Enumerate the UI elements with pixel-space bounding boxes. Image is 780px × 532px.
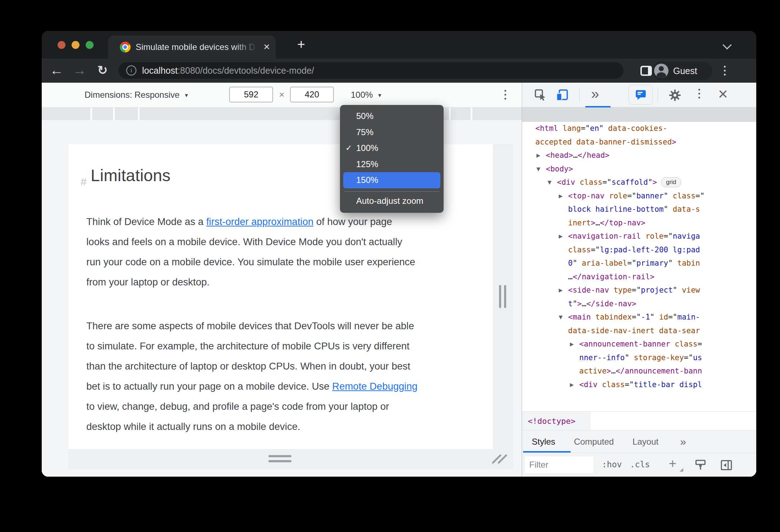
zoom-menu-item[interactable]: ✓100% <box>340 140 444 156</box>
dom-tree-line[interactable]: ▶<head>…</head> <box>522 149 756 162</box>
feedback-chat-icon <box>634 88 647 101</box>
collapse-arrow-icon[interactable]: ▼ <box>559 311 563 324</box>
avatar <box>654 64 668 78</box>
dom-tree-line[interactable]: 0" aria-label="primary" tabin <box>522 257 756 270</box>
profile-name: Guest <box>673 66 697 76</box>
dom-tree-line[interactable]: active>…</announcement-bann <box>522 364 756 378</box>
breadcrumb[interactable]: <!doctype> <box>522 412 591 430</box>
viewport-height-resize-handle[interactable] <box>268 455 291 465</box>
more-panels-icon[interactable]: » <box>591 83 598 106</box>
tab-search-chevron-icon[interactable] <box>722 40 731 49</box>
text-link[interactable]: Remote Debugging <box>332 381 417 392</box>
dom-tree-line[interactable]: ▼<main tabindex="-1" id="main- <box>522 311 756 324</box>
auto-adjust-zoom-item[interactable]: Auto-adjust zoom <box>340 192 444 209</box>
dom-tree-line[interactable]: block hairline-bottom" data-s <box>522 203 756 216</box>
chevron-down-icon: ▼ <box>377 83 382 107</box>
expand-arrow-icon[interactable]: ▶ <box>570 338 574 351</box>
dom-tree-line[interactable]: accepted data-banner-dismissed> <box>522 136 756 149</box>
expand-arrow-icon[interactable]: ▶ <box>559 189 563 203</box>
tab-strip: Simulate mobile devices with D × + <box>42 31 756 59</box>
device-toolbar: Dimensions: Responsive▼ × 100%▼ <box>42 83 522 107</box>
toolbar-divider <box>658 88 658 101</box>
settings-gear-icon[interactable] <box>668 88 682 102</box>
article-body: Think of Device Mode as a first-order ap… <box>86 212 417 460</box>
browser-menu-icon[interactable] <box>724 66 726 75</box>
devtools-tab-styles[interactable]: Styles <box>532 437 555 447</box>
macos-minimize-button[interactable] <box>72 41 80 49</box>
reload-button[interactable]: ↻ <box>94 59 111 83</box>
viewport-width-resize-handle[interactable] <box>499 285 506 308</box>
dom-tree-line[interactable]: nner--info" storage-key="us <box>522 351 756 365</box>
side-panel-icon[interactable] <box>640 66 652 76</box>
styles-filter-row: :hov .cls + <box>522 453 756 477</box>
zoom-menu-item[interactable]: 125% <box>340 156 444 173</box>
dom-tree-line[interactable]: ▶<div class="title-bar displ <box>522 378 756 392</box>
heading-anchor[interactable]: # <box>81 176 87 188</box>
url-path: :8080/docs/devtools/device-mode/ <box>178 65 314 76</box>
viewport-right-gutter <box>493 144 513 449</box>
page-title: Limitations <box>91 166 171 185</box>
dom-tree-line[interactable]: ▼<div class="scaffold">grid <box>522 176 756 189</box>
dom-tree-line[interactable]: t">…</side-nav> <box>522 297 756 311</box>
zoom-menu-item[interactable]: 75% <box>340 124 444 141</box>
url-bar[interactable]: i localhost :8080/docs/devtools/device-m… <box>118 62 623 79</box>
macos-close-button[interactable] <box>58 41 65 49</box>
zoom-dropdown[interactable]: 100%▼ <box>351 83 382 107</box>
screenshot-stage: Simulate mobile devices with D × + ← → ↻… <box>0 0 780 532</box>
zoom-menu-item[interactable]: 50% <box>340 108 444 124</box>
expand-arrow-icon[interactable]: ▶ <box>570 378 574 392</box>
device-viewport-canvas: # Limitations Think of Device Mode as a … <box>42 120 522 477</box>
styles-filter-input[interactable] <box>525 457 593 473</box>
new-tab-button[interactable]: + <box>291 33 311 56</box>
dom-tree-line[interactable]: ▶<side-nav type="project" view <box>522 284 756 297</box>
rendering-brush-icon[interactable] <box>694 459 707 472</box>
dock-sidebar-icon[interactable] <box>720 459 733 472</box>
dimensions-dropdown[interactable]: Dimensions: Responsive▼ <box>85 83 189 107</box>
width-input[interactable] <box>229 87 273 102</box>
dom-tree-line[interactable]: ▼<body> <box>522 162 756 176</box>
zoom-menu-item[interactable]: 150% <box>343 172 440 188</box>
paragraph: Think of Device Mode as a first-order ap… <box>86 212 417 292</box>
devtools-tab-layout[interactable]: Layout <box>632 437 658 447</box>
height-input[interactable] <box>290 87 334 102</box>
back-button[interactable]: ← <box>48 59 65 83</box>
dom-tree-line[interactable]: …</navigation-rail> <box>522 270 756 284</box>
dom-tree-line[interactable]: inert>…</top-nav> <box>522 216 756 230</box>
text-link[interactable]: first-order approximation <box>206 216 313 227</box>
device-toolbar-toggle-icon[interactable] <box>555 88 569 102</box>
grid-badge[interactable]: grid <box>661 177 681 187</box>
dom-tree-line[interactable]: <html lang="en" data-cookies- <box>522 122 756 136</box>
devtools-tabs: StylesComputedLayout» <box>522 430 756 453</box>
forward-button[interactable]: → <box>71 59 88 83</box>
zoom-menu: 50%75%✓100%125%150% Auto-adjust zoom <box>340 105 444 213</box>
devtools-close-icon[interactable]: × <box>718 83 728 106</box>
devtools-menu-icon[interactable] <box>698 89 700 98</box>
device-toolbar-menu-icon[interactable] <box>504 90 506 100</box>
tab-close-icon[interactable]: × <box>263 36 270 59</box>
dom-tree-line[interactable]: class="lg:pad-left-200 lg:pad <box>522 243 756 257</box>
new-style-rule-button[interactable]: + <box>669 453 676 477</box>
dom-tree-line[interactable]: ▶<announcement-banner class= <box>522 338 756 351</box>
more-tabs-icon[interactable]: » <box>680 436 685 448</box>
macos-maximize-button[interactable] <box>86 41 94 49</box>
dom-tree-line[interactable]: ▶<navigation-rail role="naviga <box>522 230 756 243</box>
dom-tree-line[interactable]: data-side-nav-inert data-sear <box>522 324 756 338</box>
paragraph: There are some aspects of mobile devices… <box>86 316 417 437</box>
toggle-pseudo-classes-button[interactable]: :hov <box>602 453 622 477</box>
collapse-arrow-icon[interactable]: ▼ <box>536 162 540 176</box>
expand-arrow-icon[interactable]: ▶ <box>559 284 563 297</box>
chrome-logo-icon <box>120 42 131 52</box>
feedback-button[interactable] <box>629 85 653 105</box>
expand-arrow-icon[interactable]: ▶ <box>559 230 563 243</box>
element-classes-button[interactable]: .cls <box>630 453 650 477</box>
browser-tab[interactable]: Simulate mobile devices with D × <box>108 36 276 59</box>
profile-button[interactable]: Guest <box>652 61 712 80</box>
dom-selected-node[interactable]: •••<!DOCTYPE html> == $0 <box>522 107 756 122</box>
expand-arrow-icon[interactable]: ▶ <box>536 149 540 162</box>
devtools-tab-computed[interactable]: Computed <box>574 437 614 447</box>
dom-tree-line[interactable]: ▶<top-nav role="banner" class=" <box>522 189 756 203</box>
collapse-arrow-icon[interactable]: ▼ <box>548 176 552 189</box>
inspect-element-icon[interactable] <box>534 88 547 101</box>
viewport-corner-resize-handle[interactable] <box>492 451 508 467</box>
site-info-icon[interactable]: i <box>126 65 136 75</box>
